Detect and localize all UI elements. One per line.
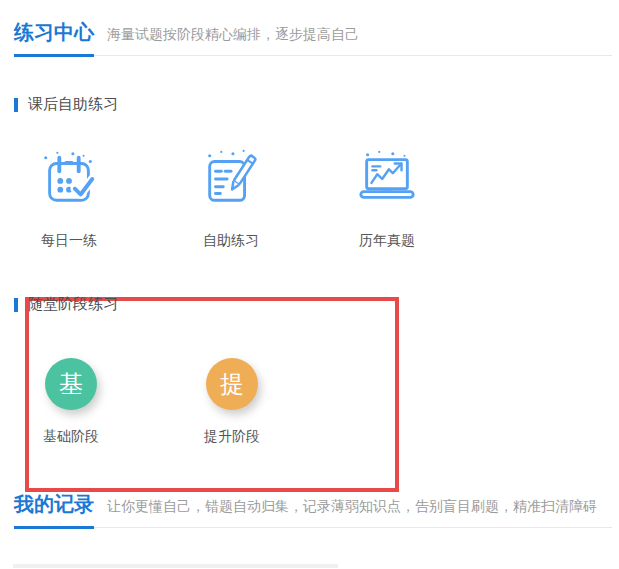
section-stage-practice-header: 随堂阶段练习: [14, 295, 118, 314]
section-stage-practice-title: 随堂阶段练习: [28, 295, 118, 314]
page-subtitle: 海量试题按阶段精心编排，逐步提高自己: [107, 26, 359, 44]
content-placeholder-bar: [13, 564, 338, 568]
stage-item-label: 基础阶段: [11, 428, 131, 446]
stage-item-improve[interactable]: 提 提升阶段: [172, 358, 292, 446]
stage-improve-badge[interactable]: 提: [206, 358, 258, 410]
section-accent-bar: [14, 98, 18, 112]
practice-item-label: 每日一练: [9, 232, 129, 250]
section-accent-bar: [14, 298, 18, 312]
document-pen-icon: [200, 148, 262, 210]
practice-item-past-papers[interactable]: 历年真题: [327, 148, 447, 250]
stage-basic-badge[interactable]: 基: [45, 358, 97, 410]
practice-item-self-help[interactable]: 自助练习: [171, 148, 291, 250]
page-header: 练习中心 海量试题按阶段精心编排，逐步提高自己: [14, 20, 612, 56]
records-subtitle: 让你更懂自己，错题自动归集，记录薄弱知识点，告别盲目刷题，精准扫清障碍: [107, 498, 597, 516]
section-self-practice-header: 课后自助练习: [14, 95, 118, 114]
records-title: 我的记录: [14, 492, 94, 529]
practice-item-label: 自助练习: [171, 232, 291, 250]
laptop-chart-icon: [356, 148, 418, 210]
section-self-practice-title: 课后自助练习: [28, 95, 118, 114]
practice-item-label: 历年真题: [327, 232, 447, 250]
practice-item-daily[interactable]: 每日一练: [9, 148, 129, 250]
stage-item-label: 提升阶段: [172, 428, 292, 446]
records-header: 我的记录 让你更懂自己，错题自动归集，记录薄弱知识点，告别盲目刷题，精准扫清障碍: [14, 492, 612, 528]
calendar-check-icon: [38, 148, 100, 210]
stage-item-basic[interactable]: 基 基础阶段: [11, 358, 131, 446]
page-title: 练习中心: [14, 20, 94, 57]
practice-center-page: 练习中心 海量试题按阶段精心编排，逐步提高自己 课后自助练习 每日一练: [0, 0, 619, 569]
